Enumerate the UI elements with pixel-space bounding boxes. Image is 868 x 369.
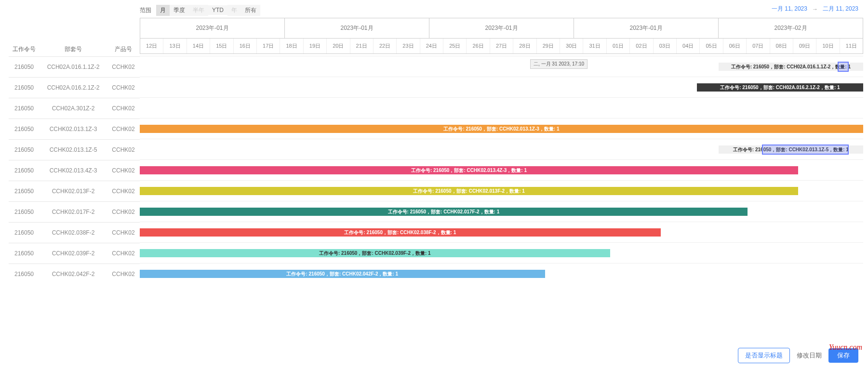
month-cell: 2023年-02月 <box>719 18 863 38</box>
cell-product: CCHK02 <box>107 98 140 119</box>
gantt-area[interactable]: 二, 一月 31 2023, 17:10工作令号: 216050，部套: CCH… <box>140 56 863 284</box>
range-btn-YTD[interactable]: YTD <box>208 5 227 15</box>
day-cell: 02日 <box>630 39 653 53</box>
cell-part: CCH02A.301Z-2 <box>40 98 107 119</box>
watermark: Yuucn.com <box>829 343 862 352</box>
table-row: 216050CCH02A.301Z-2CCHK02 <box>9 98 140 119</box>
day-cell: 09日 <box>793 39 816 53</box>
gantt-row[interactable]: 工作令号: 216050，部套: CCHK02.042F-2，数量: 1 <box>140 263 863 284</box>
day-cell: 14日 <box>187 39 210 53</box>
gantt-row[interactable]: 二, 一月 31 2023, 17:10工作令号: 216050，部套: CCH… <box>140 56 863 77</box>
cell-product: CCHK02 <box>107 243 140 264</box>
gantt-row[interactable]: 工作令号: 216050，部套: CCHK02.039F-2，数量: 1 <box>140 242 863 263</box>
gantt-bar[interactable]: 工作令号: 216050，部套: CCH02A.016.2.1Z-2，数量: 1 <box>697 83 863 92</box>
cell-product: CCHK02 <box>107 160 140 181</box>
day-cell: 21日 <box>350 39 374 53</box>
range-btn-所有[interactable]: 所有 <box>241 5 260 16</box>
gantt-row[interactable]: 工作令号: 216050，部套: CCH02A.016.2.1Z-2，数量: 1 <box>140 77 863 97</box>
month-cell: 2023年-01月 <box>140 18 285 38</box>
range-label: 范围 <box>140 6 151 14</box>
table-row: 216050CCHK02.017F-2CCHK02 <box>9 202 140 223</box>
col-work-header: 工作令号 <box>9 45 40 57</box>
cell-work: 216050 <box>9 119 40 140</box>
table-row: 216050CCHK02.013F-2CCHK02 <box>9 181 140 202</box>
gantt-row[interactable]: 工作令号: 216050，部套: CCHK02.013.1Z-5，数量: 1 <box>140 139 863 159</box>
table-row: 216050CCH02A.016.1.1Z-2CCHK02 <box>9 57 140 78</box>
day-cell: 08日 <box>770 39 793 53</box>
day-cell: 27日 <box>490 39 513 53</box>
cell-part: CCHK02.017F-2 <box>40 202 107 223</box>
cell-work: 216050 <box>9 243 40 264</box>
cell-part: CCHK02.013.4Z-3 <box>40 160 107 181</box>
gantt-bar[interactable]: 工作令号: 216050，部套: CCHK02.013.1Z-5，数量: 1 <box>719 145 863 154</box>
cell-product: CCHK02 <box>107 119 140 140</box>
month-cell: 2023年-01月 <box>429 18 574 38</box>
date-from[interactable]: 一月 11, 2023 <box>772 5 807 13</box>
gantt-bar[interactable]: 工作令号: 216050，部套: CCHK02.039F-2，数量: 1 <box>140 249 610 257</box>
gantt-bar[interactable]: 工作令号: 216050，部套: CCHK02.017F-2，数量: 1 <box>140 208 748 216</box>
cell-work: 216050 <box>9 78 40 98</box>
cell-part: CCH02A.016.1.1Z-2 <box>40 57 107 78</box>
cell-product: CCHK02 <box>107 78 140 98</box>
day-cell: 30日 <box>560 39 583 53</box>
table-row: 216050CCHK02.013.4Z-3CCHK02 <box>9 160 140 181</box>
day-cell: 16日 <box>234 39 257 53</box>
table-row: 216050CCHK02.039F-2CCHK02 <box>9 243 140 264</box>
day-cell: 24日 <box>420 39 443 53</box>
gantt-bar[interactable]: 工作令号: 216050，部套: CCHK02.013.4Z-3，数量: 1 <box>140 166 798 174</box>
cell-work: 216050 <box>9 98 40 119</box>
cell-part: CCHK02.013F-2 <box>40 181 107 202</box>
arrow-right-icon: → <box>812 6 818 13</box>
day-cell: 10日 <box>816 39 840 53</box>
cell-product: CCHK02 <box>107 202 140 223</box>
day-cell: 12日 <box>140 39 163 53</box>
cell-product: CCHK02 <box>107 140 140 160</box>
cell-work: 216050 <box>9 160 40 181</box>
day-cell: 25日 <box>443 39 467 53</box>
day-cell: 31日 <box>583 39 606 53</box>
month-cell: 2023年-01月 <box>574 18 719 38</box>
day-cell: 13日 <box>163 39 187 53</box>
gantt-bar[interactable]: 工作令号: 216050，部套: CCH02A.016.1.1Z-2，数量: 1 <box>719 63 863 71</box>
day-cell: 17日 <box>257 39 280 53</box>
cell-product: CCHK02 <box>107 57 140 78</box>
day-cell: 07日 <box>747 39 770 53</box>
gantt-row[interactable]: 工作令号: 216050，部套: CCHK02.013.4Z-3，数量: 1 <box>140 159 863 180</box>
day-cell: 06日 <box>723 39 747 53</box>
col-product-header: 产品号 <box>107 45 140 57</box>
cell-work: 216050 <box>9 202 40 223</box>
range-btn-半年: 半年 <box>189 5 208 16</box>
date-to[interactable]: 二月 11, 2023 <box>823 5 858 13</box>
day-cell: 23日 <box>397 39 420 53</box>
tooltip: 二, 一月 31 2023, 17:10 <box>530 59 588 69</box>
cell-work: 216050 <box>9 264 40 285</box>
cell-part: CCHK02.039F-2 <box>40 243 107 264</box>
day-cell: 03日 <box>654 39 677 53</box>
gantt-bar[interactable]: 工作令号: 216050，部套: CCHK02.013F-2，数量: 1 <box>140 187 798 195</box>
day-cell: 28日 <box>513 39 536 53</box>
cell-work: 216050 <box>9 223 40 243</box>
gantt-row[interactable]: 工作令号: 216050，部套: CCHK02.013F-2，数量: 1 <box>140 180 863 201</box>
cell-product: CCHK02 <box>107 181 140 202</box>
day-cell: 19日 <box>304 39 327 53</box>
gantt-row[interactable]: 工作令号: 216050，部套: CCHK02.013.1Z-3，数量: 1 <box>140 118 863 139</box>
range-btn-月[interactable]: 月 <box>156 5 170 16</box>
gantt-row[interactable]: 工作令号: 216050，部套: CCHK02.017F-2，数量: 1 <box>140 201 863 222</box>
range-toolbar: 范围 月季度半年YTD年所有 <box>140 5 260 16</box>
gantt-bar[interactable]: 工作令号: 216050，部套: CCHK02.042F-2，数量: 1 <box>140 270 545 278</box>
range-btn-季度[interactable]: 季度 <box>170 5 189 16</box>
day-cell: 18日 <box>280 39 303 53</box>
cell-part: CCHK02.042F-2 <box>40 264 107 285</box>
day-cell: 26日 <box>467 39 490 53</box>
gantt-bar[interactable]: 工作令号: 216050，部套: CCHK02.013.1Z-3，数量: 1 <box>140 125 863 133</box>
day-cell: 22日 <box>374 39 397 53</box>
gantt-row[interactable] <box>140 97 863 118</box>
day-cell: 15日 <box>210 39 233 53</box>
gantt-row[interactable]: 工作令号: 216050，部套: CCHK02.038F-2，数量: 1 <box>140 222 863 242</box>
modify-date-label[interactable]: 修改日期 <box>797 351 822 360</box>
show-title-button[interactable]: 是否显示标题 <box>738 348 790 363</box>
cell-part: CCH02A.016.2.1Z-2 <box>40 78 107 98</box>
gantt-bar[interactable]: 工作令号: 216050，部套: CCHK02.038F-2，数量: 1 <box>140 228 661 237</box>
cell-part: CCHK02.038F-2 <box>40 223 107 243</box>
range-btn-年: 年 <box>227 5 241 16</box>
